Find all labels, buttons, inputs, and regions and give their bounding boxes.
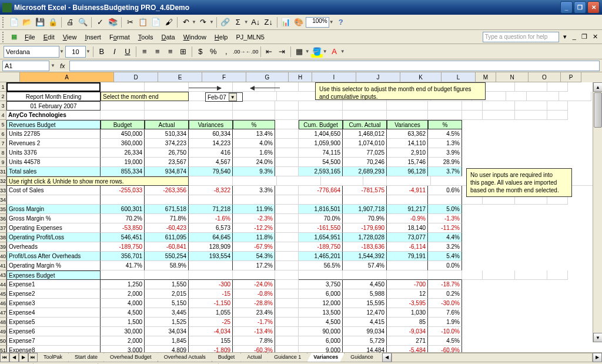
cell[interactable]: [189, 261, 233, 271]
increase-decimal-button[interactable]: .00→: [233, 46, 245, 58]
cell[interactable]: 4,567: [189, 158, 233, 167]
cell[interactable]: 7.8%: [233, 336, 275, 346]
excel-icon[interactable]: ▦: [8, 31, 20, 43]
increase-indent-button[interactable]: ⇥: [276, 46, 288, 58]
cell[interactable]: 374,223: [145, 139, 189, 148]
comma-button[interactable]: ,: [220, 46, 232, 58]
cell[interactable]: Expense3: [6, 299, 101, 308]
cell[interactable]: [145, 271, 189, 280]
font-name-input[interactable]: [4, 46, 59, 58]
undo-dropdown[interactable]: ▼: [192, 19, 196, 25]
help-button[interactable]: ?: [335, 16, 347, 28]
column-header[interactable]: E: [158, 72, 202, 82]
cell[interactable]: 6,000: [299, 336, 343, 346]
align-center-button[interactable]: ≡: [152, 46, 163, 58]
menu-insert[interactable]: Insert: [81, 32, 105, 42]
sheet-tab[interactable]: Overhead Budget: [103, 353, 158, 362]
cell[interactable]: 1,055: [189, 308, 233, 318]
print-preview-button[interactable]: 🔍: [77, 16, 89, 28]
cell[interactable]: 600,301: [101, 205, 145, 214]
row-header[interactable]: 40: [0, 252, 6, 261]
scroll-right-button[interactable]: ▶: [593, 353, 602, 362]
cell[interactable]: 4.5%: [428, 129, 462, 139]
cell[interactable]: Cum. Actual: [343, 120, 387, 129]
cell[interactable]: [145, 111, 189, 120]
cell[interactable]: [559, 92, 591, 101]
cell[interactable]: %: [428, 120, 462, 129]
section-header[interactable]: Revenues Budget: [6, 120, 101, 129]
cell[interactable]: 5.4%: [428, 252, 462, 261]
cell[interactable]: [275, 214, 299, 223]
cell[interactable]: 1.9%: [428, 318, 462, 327]
cell[interactable]: -255,033: [101, 186, 145, 195]
cell[interactable]: -300: [189, 280, 233, 289]
cell[interactable]: 17.2%: [233, 261, 275, 271]
cell[interactable]: 28.9%: [428, 158, 462, 167]
cell[interactable]: [321, 176, 363, 186]
cell[interactable]: 155: [189, 336, 233, 346]
cell[interactable]: [299, 101, 343, 111]
cell[interactable]: [145, 82, 189, 92]
vertical-scrollbar[interactable]: ▲ ▼: [593, 82, 602, 342]
cell[interactable]: [275, 101, 299, 111]
column-header[interactable]: O: [529, 72, 561, 82]
cell[interactable]: [547, 82, 568, 92]
cell[interactable]: Cum. Budget: [299, 120, 343, 129]
row-header[interactable]: 8: [0, 148, 6, 158]
cell[interactable]: Units 3376: [6, 148, 101, 158]
cell[interactable]: [299, 271, 343, 280]
menu-window[interactable]: Window: [180, 32, 210, 42]
cell[interactable]: 4,000: [101, 299, 145, 308]
cell[interactable]: 1,728,028: [343, 233, 387, 242]
cell[interactable]: [233, 195, 275, 205]
cell[interactable]: Gross Margin: [6, 205, 101, 214]
cell[interactable]: 9.3%: [233, 167, 275, 176]
select-label[interactable]: Select the month end: [101, 92, 189, 101]
cell[interactable]: Gross Margin %: [6, 214, 101, 223]
cell[interactable]: [387, 101, 428, 111]
row-header[interactable]: 3: [0, 101, 6, 111]
row-header[interactable]: 33: [0, 186, 6, 195]
name-box[interactable]: [2, 61, 49, 71]
cell[interactable]: [275, 242, 299, 252]
decrease-indent-button[interactable]: ⇤: [263, 46, 275, 58]
cell[interactable]: [275, 82, 299, 92]
cell[interactable]: 11.9%: [233, 205, 275, 214]
cell[interactable]: [343, 195, 387, 205]
cell[interactable]: [343, 271, 387, 280]
cell[interactable]: Operating Margin %: [6, 261, 101, 271]
cell[interactable]: 1,059,900: [299, 139, 343, 148]
row-header[interactable]: 34: [0, 195, 6, 205]
cell[interactable]: -161,550: [299, 223, 343, 233]
column-header[interactable]: F: [202, 72, 246, 82]
scroll-left-button[interactable]: ◀: [382, 353, 392, 362]
column-header[interactable]: N: [496, 72, 529, 82]
align-left-button[interactable]: ≡: [139, 46, 150, 58]
cell[interactable]: 360,000: [101, 139, 145, 148]
sort-desc-button[interactable]: Z↓: [263, 16, 275, 28]
cell[interactable]: [275, 120, 299, 129]
cell[interactable]: [277, 176, 321, 186]
save-button[interactable]: 💾: [34, 16, 46, 28]
row-header[interactable]: 49: [0, 327, 6, 336]
select-all-button[interactable]: [0, 72, 20, 82]
cell[interactable]: -28.8%: [233, 299, 275, 308]
cell[interactable]: 2,910: [387, 148, 428, 158]
menu-edit[interactable]: Edit: [40, 32, 58, 42]
cell[interactable]: -781,575: [343, 186, 387, 195]
row-header[interactable]: 51: [0, 346, 6, 352]
sheet-tab[interactable]: Guidance 1: [267, 353, 307, 362]
undo-button[interactable]: ↶: [180, 16, 192, 28]
cell[interactable]: Actual: [145, 120, 189, 129]
cell[interactable]: 12,000: [299, 299, 343, 308]
cell[interactable]: 5.0%: [428, 205, 462, 214]
cell[interactable]: [101, 271, 145, 280]
cell[interactable]: 1,654,951: [299, 233, 343, 242]
merge-center-button[interactable]: ⊞: [178, 46, 189, 58]
cell[interactable]: -60,841: [145, 242, 189, 252]
cell[interactable]: [483, 101, 515, 111]
cell[interactable]: 3.7%: [428, 167, 462, 176]
sheet-tab[interactable]: Start date: [68, 353, 104, 362]
cell[interactable]: 54.3%: [233, 252, 275, 261]
cell[interactable]: -9,034: [387, 327, 428, 336]
